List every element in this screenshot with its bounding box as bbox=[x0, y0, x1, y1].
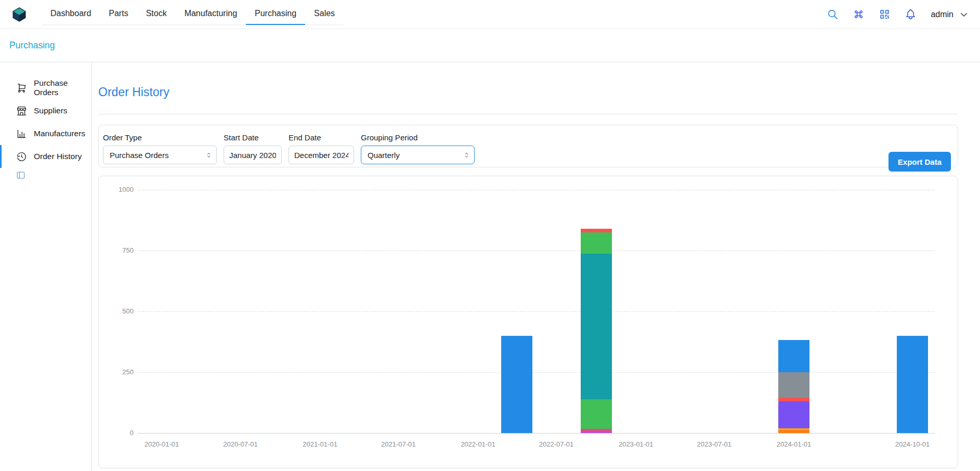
end-date-input[interactable] bbox=[289, 146, 354, 164]
x-axis-tick: 2020-07-01 bbox=[206, 440, 274, 448]
y-axis-tick: 250 bbox=[99, 368, 134, 376]
start-date-label: Start Date bbox=[224, 133, 282, 142]
grouping-period-value: Quarterly bbox=[368, 151, 400, 160]
cart-icon bbox=[16, 83, 27, 94]
x-axis-tick: 2024-10-01 bbox=[879, 440, 946, 448]
selector-updown-icon bbox=[463, 151, 470, 159]
header-actions: admin bbox=[827, 8, 969, 20]
start-date-field: Start Date bbox=[224, 133, 282, 164]
start-date-input[interactable] bbox=[224, 146, 282, 164]
shop-icon bbox=[16, 106, 27, 116]
sidebar-item-order-history[interactable]: Order History bbox=[0, 145, 92, 168]
tab-parts[interactable]: Parts bbox=[100, 2, 137, 24]
sidebar-item-label: Suppliers bbox=[34, 106, 68, 115]
x-axis-tick: 2023-01-01 bbox=[602, 440, 670, 448]
filter-panel: Order Type Purchase Orders Start Date En… bbox=[98, 125, 958, 167]
bar-segment bbox=[778, 372, 809, 398]
search-icon[interactable] bbox=[827, 8, 839, 20]
export-data-button[interactable]: Export Data bbox=[888, 152, 951, 172]
order-type-field: Order Type Purchase Orders bbox=[103, 133, 217, 164]
grouping-period-select[interactable]: Quarterly bbox=[361, 146, 475, 164]
x-axis-tick: 2024-01-01 bbox=[760, 440, 828, 448]
gridline bbox=[138, 433, 935, 434]
grouping-period-label: Grouping Period bbox=[361, 133, 475, 142]
sidebar-item-label: Purchase Orders bbox=[34, 78, 92, 97]
order-history-chart: 025050075010002020-01-012020-07-012021-0… bbox=[98, 176, 958, 468]
x-axis-tick: 2022-01-01 bbox=[444, 440, 512, 448]
bar-segment bbox=[581, 429, 612, 431]
command-palette-icon[interactable] bbox=[853, 8, 865, 20]
barcode-scan-icon[interactable] bbox=[879, 8, 891, 20]
y-axis-tick: 500 bbox=[99, 307, 134, 316]
sidebar-item-suppliers[interactable]: Suppliers bbox=[0, 99, 92, 122]
chevron-down-icon bbox=[959, 10, 969, 19]
bar-segment bbox=[581, 254, 612, 400]
x-axis-tick: 2023-07-01 bbox=[681, 440, 748, 448]
end-date-field: End Date bbox=[289, 133, 354, 164]
bar-segment bbox=[581, 232, 612, 254]
header: DashboardPartsStockManufacturingPurchasi… bbox=[0, 0, 980, 29]
x-axis-tick: 2020-01-01 bbox=[128, 440, 195, 448]
grouping-period-field: Grouping Period Quarterly bbox=[361, 133, 475, 164]
username: admin bbox=[931, 10, 953, 19]
sidebar-item-purchase-orders[interactable]: Purchase Orders bbox=[0, 76, 92, 99]
end-date-label: End Date bbox=[289, 133, 354, 142]
bar-segment bbox=[897, 336, 928, 433]
y-axis-tick: 750 bbox=[99, 246, 134, 255]
chart-plot: 025050075010002020-01-012020-07-012021-0… bbox=[99, 176, 958, 468]
sidebar-nav: Purchase OrdersSuppliersManufacturersOrd… bbox=[0, 76, 92, 168]
x-axis-tick: 2022-07-01 bbox=[522, 440, 590, 448]
title-divider bbox=[98, 114, 958, 114]
x-axis-tick: 2021-07-01 bbox=[364, 440, 432, 448]
sidebar-item-label: Manufacturers bbox=[34, 129, 85, 138]
gridline bbox=[138, 251, 935, 251]
tab-dashboard[interactable]: Dashboard bbox=[42, 2, 100, 24]
breadcrumb: Purchasing bbox=[0, 29, 980, 62]
order-type-label: Order Type bbox=[103, 133, 217, 142]
tab-stock[interactable]: Stock bbox=[137, 2, 176, 24]
gridline bbox=[138, 372, 935, 373]
page-title: Order History bbox=[98, 85, 958, 99]
gridline bbox=[138, 190, 935, 190]
tab-sales[interactable]: Sales bbox=[305, 2, 344, 24]
bar-segment bbox=[778, 398, 809, 401]
tab-manufacturing[interactable]: Manufacturing bbox=[176, 2, 246, 24]
y-axis-tick: 1000 bbox=[99, 186, 134, 194]
bar-segment bbox=[581, 399, 612, 428]
bar-segment bbox=[778, 401, 809, 428]
user-menu[interactable]: admin bbox=[931, 10, 969, 19]
notifications-bell-icon[interactable] bbox=[905, 8, 917, 20]
sidebar: Purchase OrdersSuppliersManufacturersOrd… bbox=[0, 62, 92, 180]
y-axis-tick: 0 bbox=[99, 429, 134, 437]
order-type-value: Purchase Orders bbox=[110, 151, 168, 160]
selector-updown-icon bbox=[205, 151, 212, 159]
history-icon bbox=[16, 151, 27, 162]
x-axis-tick: 2021-01-01 bbox=[286, 440, 354, 448]
sidebar-collapse-icon[interactable] bbox=[16, 170, 26, 180]
main-panel: Order History Order Type Purchase Orders… bbox=[92, 62, 980, 471]
bar-segment bbox=[778, 430, 809, 433]
breadcrumb-item[interactable]: Purchasing bbox=[9, 40, 55, 51]
sidebar-item-manufacturers[interactable]: Manufacturers bbox=[0, 122, 92, 145]
tab-purchasing[interactable]: Purchasing bbox=[246, 2, 305, 24]
bar-segment bbox=[778, 428, 809, 430]
nav-tabs: DashboardPartsStockManufacturingPurchasi… bbox=[42, 2, 344, 25]
bar-segment bbox=[581, 229, 612, 232]
gridline bbox=[138, 311, 935, 312]
bar-segment bbox=[581, 431, 612, 433]
order-type-select[interactable]: Purchase Orders bbox=[103, 146, 217, 164]
bar-segment bbox=[501, 336, 532, 433]
inventree-logo-icon[interactable] bbox=[11, 7, 27, 22]
chart-icon bbox=[16, 128, 27, 139]
bar-segment bbox=[778, 340, 809, 372]
sidebar-item-label: Order History bbox=[34, 152, 82, 161]
